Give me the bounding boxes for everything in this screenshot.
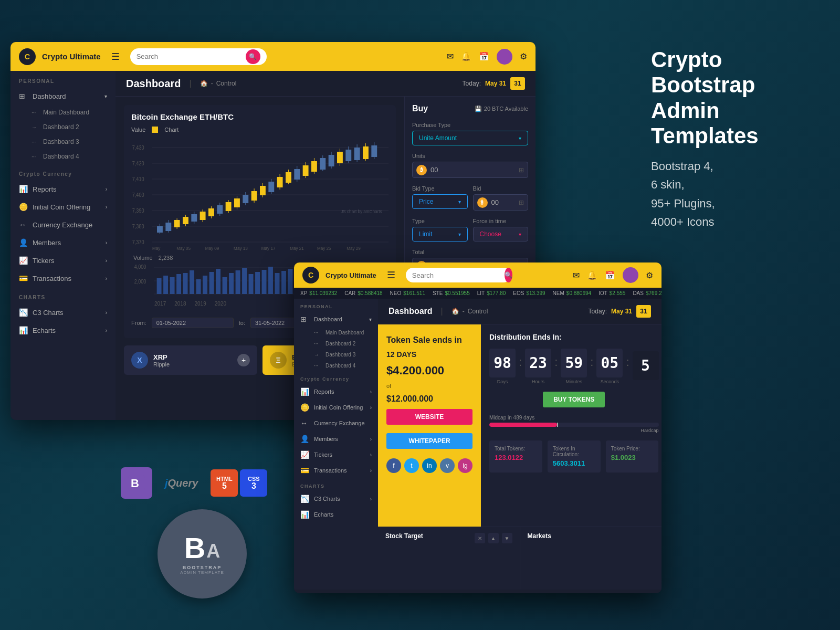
- buy-tokens-btn[interactable]: BUY TOKENS: [543, 392, 605, 407]
- sec-reports[interactable]: 📊 Reports ›: [294, 384, 378, 400]
- force-time-dropdown[interactable]: Choose ▾: [473, 227, 529, 242]
- secondary-bell-icon[interactable]: 🔔: [587, 270, 597, 280]
- sidebar-item-reports[interactable]: 📊 Reports ›: [10, 180, 116, 198]
- svg-rect-93: [242, 268, 247, 294]
- sec-echarts-label: Echarts: [314, 511, 333, 518]
- website-btn[interactable]: WEBSITE: [386, 409, 472, 425]
- sidebar-item-main-dashboard[interactable]: ··· Main Dashboard: [26, 105, 116, 120]
- settings-icon[interactable]: ⚙: [520, 51, 527, 61]
- search-button[interactable]: 🔍: [246, 49, 260, 64]
- extra-value: 5: [633, 351, 659, 380]
- vk-icon[interactable]: v: [440, 458, 455, 473]
- whitepaper-btn[interactable]: WHITEPAPER: [386, 433, 472, 449]
- calendar-icon[interactable]: 📅: [479, 51, 489, 61]
- type-dropdown[interactable]: Limit ▾: [412, 227, 468, 242]
- token-stats: Total Tokens: 123.0122 Tokens In Circula…: [489, 440, 659, 472]
- sec-control: Control: [468, 308, 488, 315]
- sec-dashboard2[interactable]: ··· Dashboard 2: [310, 338, 378, 349]
- bid-row: Bid Type Price ▾ Bid ₿ ⊞: [412, 185, 528, 218]
- sidebar-item-members[interactable]: 👤 Members ›: [10, 234, 116, 251]
- sidebar-item-echarts[interactable]: 📊 Echarts ›: [10, 321, 116, 339]
- sec-transactions[interactable]: 💳 Transactions ›: [294, 463, 378, 478]
- distribution-panel: Distribution Ends In: 98 Days : 23 Hours…: [481, 324, 662, 527]
- twitter-icon[interactable]: t: [404, 458, 419, 473]
- sidebar-item-dashboard[interactable]: ⊞ Dashboard ▾: [10, 87, 116, 105]
- minutes-label: Minutes: [561, 379, 587, 384]
- token-price-value: $1.0023: [611, 454, 654, 461]
- chart-title: Bitcoin Exchange ETH/BTC: [131, 112, 388, 121]
- chevron-reports: ›: [106, 186, 107, 192]
- sidebar-item-tickers[interactable]: 📈 Tickers ›: [10, 251, 116, 269]
- secondary-hamburger[interactable]: ☰: [387, 269, 395, 281]
- sidebar-item-exchange[interactable]: ↔ Currency Exchange: [10, 216, 116, 234]
- countdown-sep3: :: [590, 355, 593, 369]
- sec-echarts[interactable]: 📊 Echarts: [294, 507, 378, 522]
- linkedin-icon[interactable]: in: [422, 458, 437, 473]
- secondary-calendar-icon[interactable]: 📅: [605, 270, 615, 280]
- bid-input-wrap: ₿ ⊞: [473, 194, 529, 211]
- sec-dashboard4[interactable]: ··· Dashboard 4: [310, 360, 378, 371]
- xrp-tile[interactable]: X XRP Ripple +: [124, 345, 257, 375]
- sec-members[interactable]: 👤 Members ›: [294, 431, 378, 447]
- sidebar-item-dashboard3[interactable]: ··· Dashboard 3: [26, 134, 116, 149]
- transactions-icon: 💳: [19, 274, 28, 282]
- sidebar-item-c3charts[interactable]: 📉 C3 Charts ›: [10, 303, 116, 321]
- secondary-search-input[interactable]: [412, 271, 500, 279]
- sidebar-item-dashboard2[interactable]: → Dashboard 2: [26, 120, 116, 134]
- sec-sidebar-dashboard[interactable]: ⊞ Dashboard ▾: [294, 311, 378, 327]
- mail-icon[interactable]: ✉: [447, 51, 454, 61]
- sec-reports-arrow: ›: [370, 389, 372, 395]
- ticker-iot-name: IOT: [598, 290, 607, 296]
- sidebar-item-ico[interactable]: 🪙 Initial Coin Offering ›: [10, 198, 116, 216]
- secondary-avatar[interactable]: [623, 267, 638, 283]
- from-date-input[interactable]: [152, 318, 234, 328]
- ticker-das-price: $769.22: [646, 290, 662, 296]
- units-input[interactable]: [412, 162, 528, 178]
- sec-ico[interactable]: 🪙 Initial Coin Offering ›: [294, 400, 378, 415]
- xrp-add-btn[interactable]: +: [237, 354, 250, 366]
- sec-tickers[interactable]: 📈 Tickers ›: [294, 447, 378, 463]
- hamburger-icon[interactable]: ☰: [111, 51, 120, 62]
- sidebar-item-dashboard4[interactable]: ··· Dashboard 4: [26, 149, 116, 164]
- bell-icon[interactable]: 🔔: [461, 51, 471, 61]
- secondary-search-btn[interactable]: 🔍: [505, 268, 512, 282]
- home-icon[interactable]: 🏠: [200, 80, 208, 87]
- stock-up-btn[interactable]: ▲: [488, 533, 499, 543]
- breadcrumb-sep: -: [211, 80, 213, 87]
- countdown-hours: 23 Hours: [525, 349, 551, 384]
- date-box[interactable]: 31: [510, 77, 525, 90]
- dashboard2-label: Dashboard 2: [43, 123, 79, 131]
- sec-dashboard3[interactable]: → Dashboard 3: [310, 349, 378, 360]
- sidebar-item-transactions[interactable]: 💳 Transactions ›: [10, 269, 116, 287]
- sec-main-dashboard[interactable]: ··· Main Dashboard: [310, 327, 378, 338]
- sec-c3charts[interactable]: 📉 C3 Charts ›: [294, 491, 378, 507]
- sec-home-icon[interactable]: 🏠: [452, 308, 459, 315]
- stock-close-btn[interactable]: ✕: [475, 533, 485, 543]
- sec-exchange[interactable]: ↔ Currency Exchange: [294, 415, 378, 431]
- sec-members-label: Members: [314, 436, 338, 442]
- svg-rect-35: [243, 195, 248, 203]
- sec-exchange-icon: ↔: [300, 419, 310, 427]
- breadcrumb-control: Control: [216, 80, 237, 87]
- facebook-icon[interactable]: f: [386, 458, 401, 473]
- sec-date-box[interactable]: 31: [636, 305, 651, 318]
- countdown-sep2: :: [554, 355, 558, 369]
- search-bar[interactable]: 🔍: [130, 48, 267, 65]
- secondary-settings-icon[interactable]: ⚙: [646, 270, 653, 280]
- avatar[interactable]: [497, 49, 512, 65]
- purchase-type-dropdown[interactable]: Unite Amount ▾: [412, 131, 528, 145]
- seconds-label: Seconds: [596, 379, 623, 384]
- secondary-mail-icon[interactable]: ✉: [573, 270, 580, 280]
- units-label: Units: [412, 153, 528, 159]
- secondary-search-bar[interactable]: 🔍: [406, 268, 511, 282]
- svg-rect-100: [288, 269, 293, 294]
- search-input[interactable]: [136, 52, 242, 60]
- instagram-icon[interactable]: ig: [458, 458, 472, 473]
- stock-down-btn[interactable]: ▼: [502, 533, 512, 543]
- bid-type-dropdown[interactable]: Price ▾: [412, 194, 468, 209]
- html5-logo: HTML 5: [211, 469, 238, 497]
- xrp-symbol: XRP: [153, 353, 170, 361]
- chart-svg: 7,430 7,420 7,410 7,400 7,390 7,380 7,37…: [131, 137, 388, 253]
- bid-type-arrow: ▾: [458, 199, 461, 205]
- svg-text:May: May: [152, 246, 161, 251]
